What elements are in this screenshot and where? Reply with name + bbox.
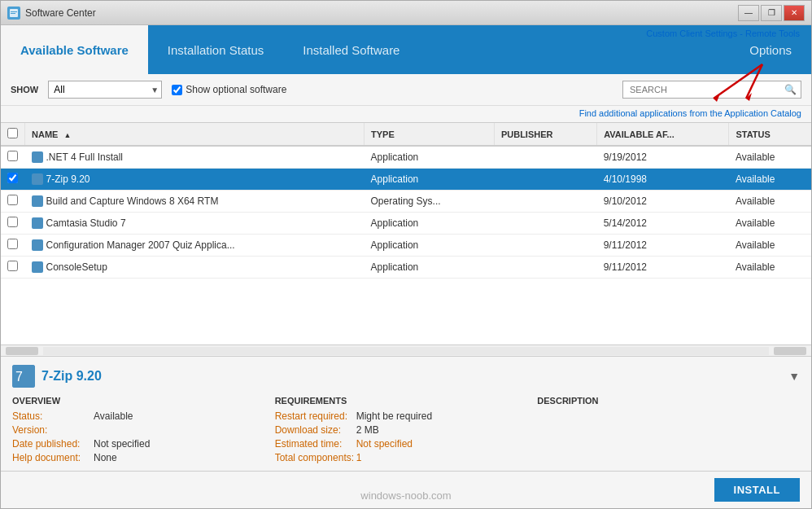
detail-components-row: Total components: 1 [275, 452, 538, 463]
main-window: Software Center — ❐ ✕ Custom Client Sett… [0, 0, 812, 509]
description-title: DESCRIPTION [537, 396, 800, 406]
row-type-cell: Application [365, 146, 495, 169]
row-checkbox[interactable] [7, 173, 18, 183]
requirements-title: REQUIREMENTS [275, 396, 538, 406]
detail-time-label: Estimated time: [275, 438, 356, 450]
detail-title-row: 7 7-Zip 9.20 ▼ [12, 365, 800, 388]
detail-columns: OVERVIEW Status: Available Version: Date… [12, 396, 800, 466]
restore-button[interactable]: ❐ [761, 5, 782, 21]
table-row[interactable]: Build and Capture Windows 8 X64 RTMOpera… [1, 191, 811, 213]
detail-help-value: None [94, 452, 117, 463]
row-publisher-cell [494, 191, 596, 213]
row-checkbox[interactable] [7, 195, 18, 205]
detail-restart-label: Restart required: [275, 410, 356, 422]
detail-components-label: Total components: [275, 452, 356, 463]
tab-available-software[interactable]: Available Software [1, 25, 148, 74]
app-name-text: Build and Capture Windows 8 X64 RTM [46, 195, 219, 207]
search-input[interactable] [622, 81, 801, 99]
row-type-cell: Operating Sys... [365, 191, 495, 213]
detail-app-name: 7-Zip 9.20 [41, 369, 102, 384]
app-icon [7, 7, 20, 20]
show-dropdown[interactable]: All Required Optional [48, 81, 162, 99]
window-title: Software Center [25, 7, 96, 19]
row-checkbox-cell [1, 213, 25, 235]
close-button[interactable]: ✕ [784, 5, 805, 21]
table-row[interactable]: Camtasia Studio 7Application5/14/2012Ava… [1, 213, 811, 235]
svg-rect-1 [11, 11, 17, 12]
row-type-cell: Application [365, 235, 495, 257]
row-checkbox[interactable] [7, 151, 18, 161]
row-checkbox[interactable] [7, 239, 18, 249]
table-row[interactable]: .NET 4 Full InstallApplication9/19/2012A… [1, 146, 811, 169]
detail-version-label: Version: [12, 424, 94, 436]
th-status[interactable]: STATUS [729, 123, 811, 146]
scrollbar-left-arrow[interactable] [6, 347, 38, 355]
row-checkbox-cell [1, 191, 25, 213]
row-name-cell: Build and Capture Windows 8 X64 RTM [25, 191, 365, 213]
app-row-icon [32, 173, 43, 185]
detail-restart-value: Might be required [356, 410, 432, 422]
detail-date-row: Date published: Not specified [12, 438, 275, 450]
row-publisher-cell [494, 235, 596, 257]
catalog-link[interactable]: Find additional applications from the Ap… [579, 108, 801, 118]
detail-collapse-button[interactable]: ▼ [788, 370, 800, 383]
select-all-checkbox[interactable] [7, 128, 18, 138]
tab-installation-status[interactable]: Installation Status [148, 25, 283, 74]
row-checkbox[interactable] [7, 217, 18, 227]
show-optional-checkbox[interactable] [172, 85, 182, 95]
row-publisher-cell [494, 169, 596, 191]
row-type-cell: Application [365, 213, 495, 235]
th-publisher[interactable]: PUBLISHER [494, 123, 596, 146]
detail-components-value: 1 [356, 452, 362, 463]
row-status-cell: Available [729, 169, 811, 191]
row-name-cell: Camtasia Studio 7 [25, 213, 365, 235]
row-publisher-cell [494, 146, 596, 169]
scrollbar-right-arrow[interactable] [774, 347, 806, 355]
horizontal-scrollbar[interactable] [1, 344, 811, 356]
row-type-cell: Application [365, 169, 495, 191]
detail-download-label: Download size: [275, 424, 356, 436]
th-type[interactable]: TYPE [365, 123, 495, 146]
app-name-text: Configuration Manager 2007 Quiz Applica.… [46, 239, 235, 251]
bottom-bar: INSTALL [1, 471, 811, 508]
app-name-text: ConsoleSetup [46, 261, 107, 273]
row-available_after-cell: 9/19/2012 [597, 146, 729, 169]
show-label: SHOW [11, 85, 38, 94]
catalog-link-row: Find additional applications from the Ap… [1, 106, 811, 122]
show-dropdown-wrapper: All Required Optional ▼ [48, 81, 162, 99]
row-name-cell: 7-Zip 9.20 [25, 169, 365, 191]
window-controls: — ❐ ✕ [738, 5, 805, 21]
install-button[interactable]: INSTALL [714, 478, 800, 502]
custom-settings-link[interactable]: Custom Client Settings - Remote Tools [646, 29, 800, 38]
tab-installed-software[interactable]: Installed Software [283, 25, 419, 74]
detail-overview-col: OVERVIEW Status: Available Version: Date… [12, 396, 275, 466]
detail-requirements-col: REQUIREMENTS Restart required: Might be … [275, 396, 538, 466]
th-available-after[interactable]: AVAILABLE AF... [597, 123, 729, 146]
detail-help-row: Help document: None [12, 452, 275, 463]
show-optional-label[interactable]: Show optional software [172, 84, 286, 95]
svg-text:7: 7 [15, 370, 23, 384]
row-available_after-cell: 5/14/2012 [597, 213, 729, 235]
table-row[interactable]: Configuration Manager 2007 Quiz Applica.… [1, 235, 811, 257]
title-bar: Software Center — ❐ ✕ [1, 1, 811, 25]
minimize-button[interactable]: — [738, 5, 759, 21]
table-body: .NET 4 Full InstallApplication9/19/2012A… [1, 146, 811, 279]
th-name[interactable]: NAME ▲ [25, 123, 365, 146]
th-checkbox[interactable] [1, 123, 25, 146]
table-row[interactable]: 7-Zip 9.20Application4/10/1998Available [1, 169, 811, 191]
detail-app-icon: 7 [12, 365, 35, 388]
detail-restart-row: Restart required: Might be required [275, 410, 538, 422]
software-table-container[interactable]: NAME ▲ TYPE PUBLISHER AVAILABLE AF... ST… [1, 122, 811, 344]
row-available_after-cell: 9/11/2012 [597, 235, 729, 257]
table-row[interactable]: ConsoleSetupApplication9/11/2012Availabl… [1, 257, 811, 279]
search-icon: 🔍 [784, 84, 797, 95]
row-checkbox[interactable] [7, 261, 18, 271]
row-checkbox-cell [1, 235, 25, 257]
svg-rect-2 [11, 13, 15, 14]
table-header-row: NAME ▲ TYPE PUBLISHER AVAILABLE AF... ST… [1, 123, 811, 146]
row-available_after-cell: 9/10/2012 [597, 191, 729, 213]
detail-status-value: Available [94, 410, 133, 422]
row-name-cell: .NET 4 Full Install [25, 146, 365, 169]
detail-description-col: DESCRIPTION [537, 396, 800, 466]
row-checkbox-cell [1, 257, 25, 279]
